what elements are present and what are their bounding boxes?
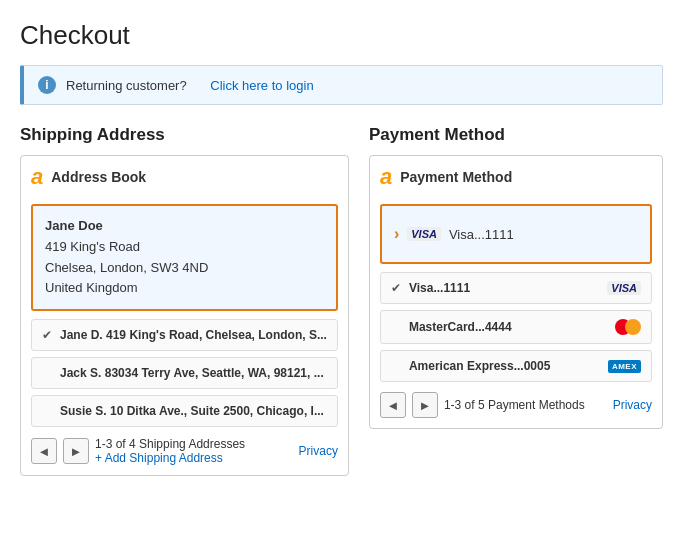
payment-card: a Payment Method › VISA Visa...1111 ✔ Vi… — [369, 155, 663, 429]
shipping-privacy-link[interactable]: Privacy — [299, 444, 338, 458]
shipping-pagination: ◄ ► 1-3 of 4 Shipping Addresses + Add Sh… — [31, 437, 338, 465]
payment-card-header: a Payment Method — [380, 166, 652, 194]
selected-card-label: Visa — [449, 227, 474, 242]
shipping-card-header: a Address Book — [31, 166, 338, 194]
shipping-card-title: Address Book — [51, 169, 146, 185]
visa-logo-list: VISA — [607, 281, 641, 295]
payment-privacy-link[interactable]: Privacy — [613, 398, 652, 412]
shipping-column-title: Shipping Address — [20, 125, 349, 145]
payment-prev-button[interactable]: ◄ — [380, 392, 406, 418]
shipping-card: a Address Book Jane Doe 419 King's Road … — [20, 155, 349, 476]
list-item[interactable]: ✔ American Express...0005 AMEX — [380, 350, 652, 382]
list-item[interactable]: ✔ MasterCard...4444 — [380, 310, 652, 344]
banner-text: Returning customer? — [66, 78, 187, 93]
address-item-text-0: Jane D. 419 King's Road, Chelsea, London… — [60, 328, 327, 342]
amazon-logo-shipping: a — [31, 166, 43, 188]
payment-next-button[interactable]: ► — [412, 392, 438, 418]
shipping-prev-button[interactable]: ◄ — [31, 438, 57, 464]
list-item[interactable]: ✔ Jack S. 83034 Terry Ave, Seattle, WA, … — [31, 357, 338, 389]
payment-item-text-0: Visa...1111 — [409, 281, 599, 295]
checkmark-icon: ✔ — [391, 281, 401, 295]
address-item-text-2: Susie S. 10 Ditka Ave., Suite 2500, Chic… — [60, 404, 327, 418]
shipping-page-info: 1-3 of 4 Shipping Addresses + Add Shippi… — [95, 437, 293, 465]
selected-address-name: Jane Doe — [45, 216, 324, 237]
selected-payment-label: Visa...1111 — [449, 227, 514, 242]
selected-address-line3: United Kingdom — [45, 278, 324, 299]
mastercard-logo — [615, 319, 641, 335]
payment-page-info: 1-3 of 5 Payment Methods — [444, 398, 607, 412]
shipping-next-button[interactable]: ► — [63, 438, 89, 464]
selected-card-last4: ...1111 — [474, 227, 514, 242]
page-title: Checkout — [20, 20, 663, 51]
shipping-column: Shipping Address a Address Book Jane Doe… — [20, 125, 349, 476]
selected-address-line1: 419 King's Road — [45, 237, 324, 258]
selected-address-box[interactable]: Jane Doe 419 King's Road Chelsea, London… — [31, 204, 338, 311]
amazon-logo-payment: a — [380, 166, 392, 188]
payment-item-text-2: American Express...0005 — [409, 359, 600, 373]
checkmark-icon: ✔ — [42, 328, 52, 342]
payment-pagination: ◄ ► 1-3 of 5 Payment Methods Privacy — [380, 392, 652, 418]
info-icon: i — [38, 76, 56, 94]
visa-logo-selected: VISA — [407, 227, 441, 241]
list-item[interactable]: ✔ Susie S. 10 Ditka Ave., Suite 2500, Ch… — [31, 395, 338, 427]
add-shipping-address-link[interactable]: + Add Shipping Address — [95, 451, 293, 465]
address-item-text-1: Jack S. 83034 Terry Ave, Seattle, WA, 98… — [60, 366, 327, 380]
list-item[interactable]: ✔ Visa...1111 VISA — [380, 272, 652, 304]
amex-logo: AMEX — [608, 360, 641, 373]
payment-item-text-1: MasterCard...4444 — [409, 320, 607, 334]
selected-address-line2: Chelsea, London, SW3 4ND — [45, 258, 324, 279]
payment-card-title: Payment Method — [400, 169, 512, 185]
chevron-right-icon: › — [394, 225, 399, 243]
payment-column: Payment Method a Payment Method › VISA V… — [369, 125, 663, 476]
list-item[interactable]: ✔ Jane D. 419 King's Road, Chelsea, Lond… — [31, 319, 338, 351]
info-banner: i Returning customer? Click here to logi… — [20, 65, 663, 105]
login-link[interactable]: Click here to login — [210, 78, 313, 93]
selected-payment-box[interactable]: › VISA Visa...1111 — [380, 204, 652, 264]
main-columns: Shipping Address a Address Book Jane Doe… — [20, 125, 663, 476]
shipping-count-text: 1-3 of 4 Shipping Addresses — [95, 437, 245, 451]
payment-count-text: 1-3 of 5 Payment Methods — [444, 398, 585, 412]
payment-column-title: Payment Method — [369, 125, 663, 145]
